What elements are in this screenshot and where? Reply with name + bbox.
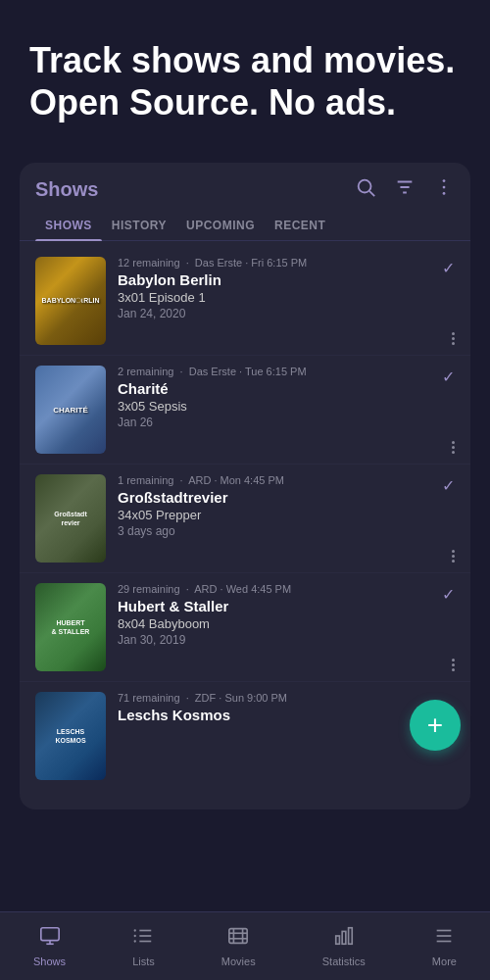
svg-point-6 <box>443 186 446 189</box>
svg-rect-24 <box>348 928 352 945</box>
list-item[interactable]: 1 remaining · ARD · Mon 4:45 PM Großstad… <box>20 465 470 573</box>
show-thumbnail-leschs <box>35 692 106 780</box>
show-meta: 1 remaining · ARD · Mon 4:45 PM <box>118 474 434 486</box>
show-thumbnail-grossstadt <box>35 474 106 563</box>
show-episode: 34x05 Prepper <box>118 508 434 522</box>
add-fab-button[interactable]: + <box>410 700 461 751</box>
show-episode: 8x04 Babyboom <box>118 616 434 631</box>
show-date: Jan 30, 2019 <box>118 633 434 647</box>
header-icons <box>355 176 455 203</box>
show-title: Charité <box>118 380 434 397</box>
item-more-button[interactable] <box>452 659 455 671</box>
filter-icon[interactable] <box>394 176 416 203</box>
show-info-hubert: 29 remaining · ARD · Wed 4:45 PM Hubert … <box>118 583 434 647</box>
check-icon: ✓ <box>442 259 455 277</box>
show-date: Jan 24, 2020 <box>118 307 434 320</box>
list-item[interactable]: 2 remaining · Das Erste · Tue 6:15 PM Ch… <box>20 356 470 465</box>
show-title: Hubert & Staller <box>118 598 434 614</box>
app-card-container: Shows <box>0 163 490 809</box>
check-icon: ✓ <box>442 476 455 495</box>
nav-label-movies: Movies <box>221 956 256 967</box>
show-thumbnail-babylon <box>35 257 106 345</box>
show-info-grossstadt: 1 remaining · ARD · Mon 4:45 PM Großstad… <box>118 474 434 538</box>
item-more-button[interactable] <box>452 332 455 345</box>
tab-recent[interactable]: RECENT <box>265 211 335 240</box>
nav-item-statistics[interactable]: Statistics <box>311 917 377 975</box>
nav-item-movies[interactable]: Movies <box>210 917 268 975</box>
svg-line-1 <box>369 192 374 197</box>
lists-nav-icon <box>132 925 154 952</box>
svg-point-7 <box>443 192 446 195</box>
tab-upcoming[interactable]: UPCOMING <box>176 211 265 240</box>
show-info-babylon: 12 remaining · Das Erste · Fri 6:15 PM B… <box>118 257 434 320</box>
show-title: Großstadtrevier <box>118 489 434 506</box>
more-nav-icon <box>433 925 455 952</box>
show-episode: 3x05 Sepsis <box>118 399 434 414</box>
show-thumbnail-hubert <box>35 583 106 671</box>
item-more-button[interactable] <box>452 441 455 454</box>
svg-rect-22 <box>336 936 340 944</box>
list-item[interactable]: 12 remaining · Das Erste · Fri 6:15 PM B… <box>20 247 470 356</box>
hero-title: Track shows and movies. Open Source. No … <box>29 39 461 123</box>
show-meta: 2 remaining · Das Erste · Tue 6:15 PM <box>118 366 434 377</box>
svg-point-5 <box>443 180 446 183</box>
nav-item-more[interactable]: More <box>420 917 468 975</box>
show-episode: 3x01 Episode 1 <box>118 290 434 305</box>
show-meta: 29 remaining · ARD · Wed 4:45 PM <box>118 583 434 595</box>
tabs-bar: SHOWS HISTORY UPCOMING RECENT <box>20 211 470 241</box>
bottom-navigation: Shows Lists Movies <box>0 911 490 980</box>
tab-shows[interactable]: SHOWS <box>35 211 102 240</box>
list-item[interactable]: 71 remaining · ZDF · Sun 9:00 PM Leschs … <box>20 682 470 800</box>
nav-item-shows[interactable]: Shows <box>22 917 77 975</box>
svg-point-0 <box>359 180 371 193</box>
nav-label-statistics: Statistics <box>322 956 366 967</box>
statistics-nav-icon <box>333 925 355 952</box>
show-date: 3 days ago <box>118 524 434 538</box>
card-header: Shows <box>20 163 470 211</box>
shows-nav-icon <box>39 925 61 952</box>
nav-item-lists[interactable]: Lists <box>121 917 167 975</box>
svg-rect-23 <box>342 931 346 944</box>
show-date: Jan 26 <box>118 416 434 429</box>
show-info-charite: 2 remaining · Das Erste · Tue 6:15 PM Ch… <box>118 366 434 429</box>
list-item[interactable]: 29 remaining · ARD · Wed 4:45 PM Hubert … <box>20 573 470 682</box>
show-thumbnail-charite <box>35 366 106 454</box>
nav-label-shows: Shows <box>33 956 66 967</box>
more-icon[interactable] <box>433 176 455 203</box>
show-title: Leschs Kosmos <box>118 707 455 723</box>
show-meta: 71 remaining · ZDF · Sun 9:00 PM <box>118 692 455 704</box>
check-icon: ✓ <box>442 368 455 386</box>
svg-rect-17 <box>229 929 247 944</box>
card-title: Shows <box>35 178 98 201</box>
app-card: Shows <box>20 163 470 809</box>
check-icon: ✓ <box>442 585 455 604</box>
svg-rect-8 <box>40 928 58 941</box>
tab-history[interactable]: HISTORY <box>102 211 176 240</box>
item-more-button[interactable] <box>452 550 455 563</box>
show-title: Babylon Berlin <box>118 271 434 288</box>
show-meta: 12 remaining · Das Erste · Fri 6:15 PM <box>118 257 434 269</box>
hero-section: Track shows and movies. Open Source. No … <box>0 0 490 153</box>
search-icon[interactable] <box>355 176 376 203</box>
show-info-leschs: 71 remaining · ZDF · Sun 9:00 PM Leschs … <box>118 692 455 725</box>
nav-label-more: More <box>432 956 457 967</box>
movies-nav-icon <box>227 925 249 952</box>
nav-label-lists: Lists <box>132 956 155 967</box>
